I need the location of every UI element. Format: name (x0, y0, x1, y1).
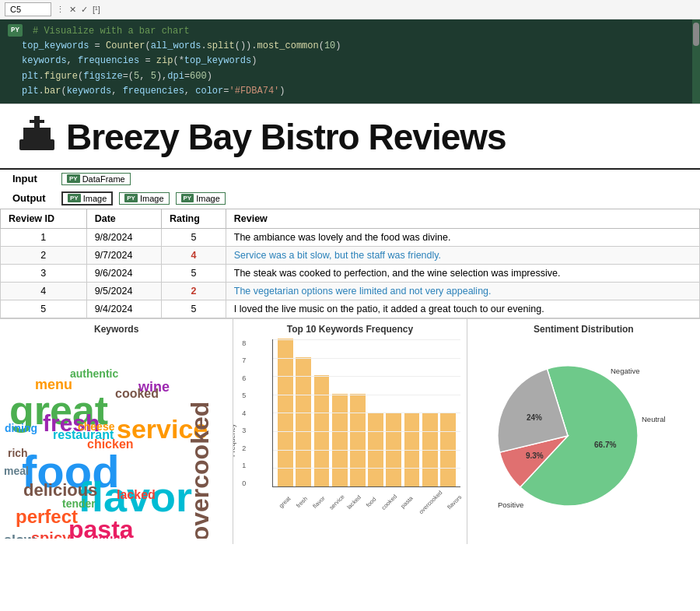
y-tick: 7 (233, 356, 246, 364)
py-sm-badge: PY (67, 174, 80, 183)
wordcloud-word: chicken (87, 437, 134, 451)
cell-id: 2 (1, 246, 87, 264)
wordcloud-word: authentic (70, 367, 118, 380)
wordcloud-word: dining (5, 422, 37, 434)
output-image-badge-1[interactable]: PY Image (61, 191, 113, 205)
table-row: 29/7/20244Service was a bit slow, but th… (1, 246, 700, 264)
toolbar-menu-icon[interactable]: ⋮ (56, 5, 65, 15)
wordcloud-word: sauce (92, 532, 127, 539)
bar-wrapper (348, 394, 366, 486)
grid-line (273, 395, 460, 395)
output-image-badge-2[interactable]: PY Image (119, 192, 169, 205)
code-line-2a: top_keywords (22, 39, 89, 54)
table-row: 59/4/20245I loved the live music on the … (1, 300, 700, 318)
cell-review: The ambiance was lovely and the food was… (226, 228, 699, 246)
wordcloud-panel: Keywords greatfoodflavorservicefreshdeli… (0, 319, 233, 544)
piechart-title: Sentiment Distribution (467, 319, 700, 336)
code-editor[interactable]: PY # Visualize with a bar chart top_keyw… (0, 19, 700, 104)
data-table-container: Review ID Date Rating Review 19/8/20245T… (0, 209, 700, 318)
wordcloud-word: tender (62, 497, 96, 510)
bar (332, 394, 348, 486)
cell-reference[interactable]: C5 (5, 2, 51, 16)
py-badge: PY (8, 24, 23, 37)
table-row: 39/6/20245The steak was cooked to perfec… (1, 264, 700, 282)
bar (350, 394, 366, 486)
chart-area (272, 339, 460, 487)
cell-id: 5 (1, 300, 87, 318)
grid-line (273, 450, 460, 451)
cell-rating: 5 (161, 300, 226, 318)
cell-rating: 2 (161, 282, 226, 300)
cell-date: 9/4/2024 (86, 300, 161, 318)
cell-id: 1 (1, 228, 87, 246)
cell-id: 4 (1, 282, 87, 300)
code-toolbar: C5 ⋮ ✕ ✓ [¹] (0, 0, 700, 19)
cell-date: 9/8/2024 (86, 228, 161, 246)
y-axis-label: Frequency (233, 409, 236, 472)
grid-line (273, 468, 460, 469)
toolbar-bracket-icon[interactable]: [¹] (93, 5, 100, 14)
y-tick: 8 (233, 339, 246, 347)
pie-slice-label: 9.3% (526, 451, 544, 460)
wordcloud: greatfoodflavorservicefreshdeliciouspast… (0, 336, 233, 539)
grid-line (273, 413, 460, 413)
grid-line (273, 339, 460, 340)
toolbar-close-icon[interactable]: ✕ (69, 5, 76, 15)
toolbar-check-icon[interactable]: ✓ (81, 5, 88, 15)
wordcloud-word: rich (8, 447, 28, 459)
bottom-panels: Keywords greatfoodflavorservicefreshdeli… (0, 318, 700, 544)
wordcloud-word: slow (4, 532, 35, 539)
grid-line (273, 358, 460, 359)
pie-external-label: Neutral (642, 415, 666, 423)
title-area: Breezy Bay Bistro Reviews (0, 104, 700, 170)
restaurant-icon (16, 112, 58, 162)
output-label: Output (12, 192, 55, 204)
cell-review: Service was a bit slow, but the staff wa… (226, 246, 699, 264)
scrollbar[interactable] (692, 19, 700, 104)
output-row: Output PY Image PY Image PY Image (0, 188, 700, 209)
pie-svg: 66.7%9.3%24%NegativeNeutralPositive (490, 344, 677, 523)
output-image-badge-3[interactable]: PY Image (176, 192, 226, 205)
wordcloud-word: cheese (78, 420, 114, 433)
y-tick: 6 (233, 374, 246, 382)
y-tick: 5 (233, 392, 246, 399)
barchart-container: 876543210 Frequency greatfreshflavorserv… (233, 336, 466, 544)
input-dataframe-badge[interactable]: PY DataFrame (61, 173, 131, 185)
wordcloud-word: menu (35, 377, 72, 393)
cell-rating: 5 (161, 228, 226, 246)
wordcloud-title: Keywords (0, 319, 233, 336)
cell-review: I loved the live music on the patio, it … (226, 300, 699, 318)
barchart-panel: Top 10 Keywords Frequency 876543210 Freq… (233, 319, 467, 544)
barchart-title: Top 10 Keywords Frequency (233, 319, 466, 336)
cell-rating: 5 (161, 264, 226, 282)
pie-external-label: Negative (611, 367, 640, 375)
wordcloud-word: meal (4, 465, 29, 477)
piechart-panel: Sentiment Distribution 66.7%9.3%24%Negat… (467, 319, 700, 544)
svg-rect-3 (30, 120, 44, 123)
pie-container: 66.7%9.3%24%NegativeNeutralPositive (467, 336, 700, 544)
cell-date: 9/5/2024 (86, 282, 161, 300)
wordcloud-word: overcooked (186, 402, 215, 539)
wordcloud-word: cooked (115, 387, 159, 401)
col-header-id: Review ID (1, 209, 87, 228)
grid-line (273, 431, 460, 432)
cell-review: The steak was cooked to perfection, and … (226, 264, 699, 282)
cell-rating: 4 (161, 246, 226, 264)
code-line-1: # Visualize with a bar chart (27, 24, 190, 39)
scrollbar-thumb[interactable] (693, 23, 699, 46)
data-table: Review ID Date Rating Review 19/8/20245T… (0, 209, 700, 318)
table-row: 19/8/20245The ambiance was lovely and th… (1, 228, 700, 246)
col-header-date: Date (86, 209, 161, 228)
cell-date: 9/7/2024 (86, 246, 161, 264)
cell-id: 3 (1, 264, 87, 282)
bar-wrapper (331, 394, 348, 486)
input-row: Input PY DataFrame (0, 170, 700, 188)
svg-rect-1 (23, 128, 51, 140)
pie-external-label: Positive (498, 500, 523, 509)
svg-rect-0 (19, 139, 54, 150)
input-label: Input (12, 173, 55, 184)
page-title: Breezy Bay Bistro Reviews (66, 116, 506, 158)
wordcloud-word: spicy (31, 529, 71, 539)
col-header-review: Review (226, 209, 699, 228)
x-labels: greatfreshflavorservicelackedfoodcookedp… (274, 487, 460, 531)
